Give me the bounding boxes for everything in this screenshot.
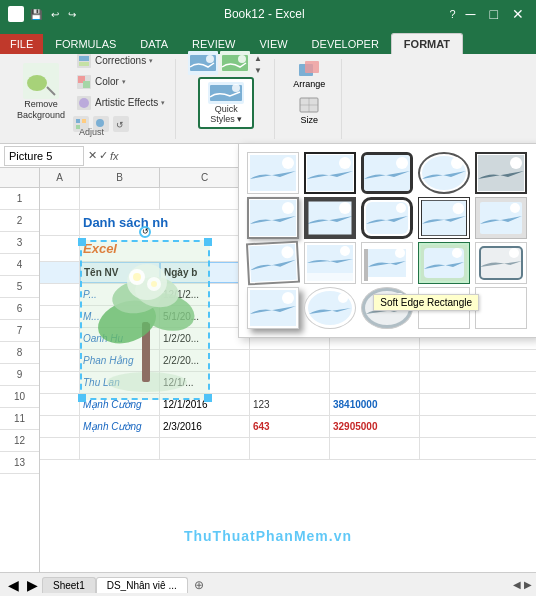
style-item[interactable] [418, 152, 470, 194]
color-button[interactable]: Color ▾ [72, 72, 169, 92]
style-item[interactable] [247, 287, 299, 329]
cell-e11[interactable]: 32905000 [330, 416, 420, 437]
cell-a3[interactable] [40, 236, 80, 261]
style-item[interactable] [475, 242, 527, 284]
sheet-tab-ds-nhanvie[interactable]: DS_Nhân viê ... [96, 577, 188, 593]
style-item[interactable] [418, 197, 470, 239]
cell-a1[interactable] [40, 188, 80, 209]
cell-a8[interactable] [40, 350, 80, 371]
row-num-5[interactable]: 5 [0, 276, 39, 298]
cell-d12[interactable] [250, 438, 330, 459]
resize-handle-br[interactable] [204, 394, 212, 402]
row-num-13[interactable]: 13 [0, 452, 39, 474]
svg-point-80 [452, 248, 462, 258]
cell-a10[interactable] [40, 394, 80, 415]
rotation-handle[interactable]: ↺ [139, 226, 151, 238]
cell-d10[interactable]: 123 [250, 394, 330, 415]
remove-background-button[interactable]: RemoveBackground [14, 59, 68, 125]
style-item[interactable] [361, 242, 413, 284]
tab-format[interactable]: FORMAT [391, 33, 463, 54]
next-sheet-btn[interactable]: ▶ [23, 575, 42, 595]
row-num-9[interactable]: 9 [0, 364, 39, 386]
style-item[interactable] [361, 152, 413, 194]
style-item[interactable] [304, 197, 356, 239]
row-num-3[interactable]: 3 [0, 232, 39, 254]
resize-handle-tr[interactable] [204, 238, 212, 246]
style-item[interactable] [475, 197, 527, 239]
col-header-b[interactable]: B [80, 168, 160, 187]
style-item[interactable] [475, 287, 527, 329]
cell-c12[interactable] [160, 438, 250, 459]
svg-point-67 [510, 203, 520, 213]
cell-a5[interactable] [40, 284, 80, 305]
cell-b1[interactable] [80, 188, 160, 209]
confirm-formula-icon[interactable]: ✓ [99, 149, 108, 162]
cell-b12[interactable] [80, 438, 160, 459]
sheet-tab-sheet1[interactable]: Sheet1 [42, 577, 96, 593]
cell-a12[interactable] [40, 438, 80, 459]
save-qa-btn[interactable]: 💾 [27, 8, 45, 21]
arrange-button[interactable]: Arrange [285, 57, 333, 91]
resize-handle-tl[interactable] [78, 238, 86, 246]
undo-qa-btn[interactable]: ↩ [48, 8, 62, 21]
redo-qa-btn[interactable]: ↪ [65, 8, 79, 21]
cell-a2[interactable] [40, 210, 80, 235]
row-num-4[interactable]: 4 [0, 254, 39, 276]
artistic-arrow: ▾ [161, 99, 165, 107]
row-num-2[interactable]: 2 [0, 210, 39, 232]
cell-a4[interactable] [40, 262, 80, 283]
cell-e9[interactable] [330, 372, 420, 393]
quick-styles-button[interactable]: QuickStyles ▾ [198, 77, 254, 129]
style-item[interactable] [475, 152, 527, 194]
insert-function-icon[interactable]: fx [110, 150, 119, 162]
cell-b11[interactable]: Mạnh Cường [80, 416, 160, 437]
corrections-button[interactable]: Corrections ▾ [72, 51, 169, 71]
cell-d11[interactable]: 643 [250, 416, 330, 437]
row-num-10[interactable]: 10 [0, 386, 39, 408]
style-item[interactable] [304, 242, 356, 284]
cell-c1[interactable] [160, 188, 250, 209]
col-header-a[interactable]: A [40, 168, 80, 187]
maximize-btn[interactable]: □ [486, 6, 502, 22]
prev-sheet-btn[interactable]: ◀ [4, 575, 23, 595]
row-num-7[interactable]: 7 [0, 320, 39, 342]
resize-handle-bl[interactable] [78, 394, 86, 402]
help-icon[interactable]: ? [449, 8, 455, 20]
artistic-effects-button[interactable]: Artistic Effects ▾ [72, 93, 169, 113]
style-item-soft-edge[interactable]: ➜ Soft Edge Rectangle [418, 242, 470, 284]
ribbon: RemoveBackground Corrections ▾ Color ▾ [0, 54, 536, 144]
name-box[interactable] [4, 146, 84, 166]
tab-developer[interactable]: DEVELOPER [300, 34, 391, 54]
cell-e10[interactable]: 38410000 [330, 394, 420, 415]
style-item[interactable] [361, 197, 413, 239]
cell-a7[interactable] [40, 328, 80, 349]
row-num-1[interactable]: 1 [0, 188, 39, 210]
cell-d8[interactable] [250, 350, 330, 371]
tab-file[interactable]: FILE [0, 34, 43, 54]
row-num-8[interactable]: 8 [0, 342, 39, 364]
close-btn[interactable]: ✕ [508, 6, 528, 22]
style-item[interactable] [247, 197, 299, 239]
size-button[interactable]: Size [285, 93, 333, 127]
cancel-formula-icon[interactable]: ✕ [88, 149, 97, 162]
cell-c11[interactable]: 2/3/2016 [160, 416, 250, 437]
row-num-11[interactable]: 11 [0, 408, 39, 430]
row-num-12[interactable]: 12 [0, 430, 39, 452]
style-item[interactable] [304, 287, 356, 329]
cell-a9[interactable] [40, 372, 80, 393]
svg-point-17 [96, 119, 104, 127]
row-num-6[interactable]: 6 [0, 298, 39, 320]
cell-a6[interactable] [40, 306, 80, 327]
style-scroll-btns[interactable]: ▲▼ [252, 51, 264, 75]
style-item[interactable] [246, 241, 300, 286]
cell-a11[interactable] [40, 416, 80, 437]
picture-object[interactable]: ↺ [80, 240, 210, 400]
style-item[interactable] [304, 152, 356, 194]
cell-e12[interactable] [330, 438, 420, 459]
minimize-btn[interactable]: ─ [462, 6, 480, 22]
col-header-c[interactable]: C [160, 168, 250, 187]
cell-e8[interactable] [330, 350, 420, 371]
add-sheet-btn[interactable]: ⊕ [188, 576, 210, 594]
cell-d9[interactable] [250, 372, 330, 393]
style-item[interactable] [247, 152, 299, 194]
